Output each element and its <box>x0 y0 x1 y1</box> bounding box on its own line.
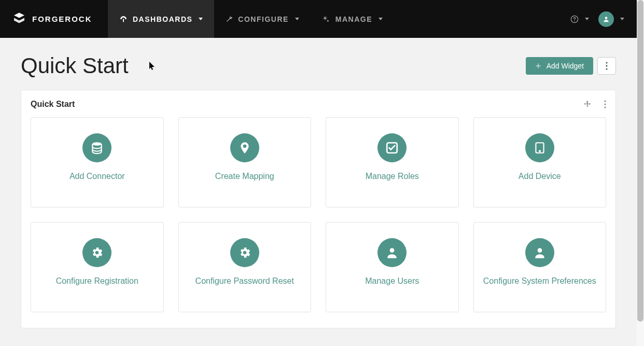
move-icon[interactable] <box>583 100 592 108</box>
card-manage-users[interactable]: Manage Users <box>326 222 459 312</box>
card-manage-roles[interactable]: Manage Roles <box>326 117 459 207</box>
pin-icon <box>230 133 259 162</box>
gear-icon <box>230 238 259 267</box>
plus-icon <box>535 63 541 69</box>
svg-point-9 <box>604 103 606 105</box>
card-grid: Add Connector Create Mapping Manage Role… <box>31 117 606 312</box>
svg-point-3 <box>574 20 575 21</box>
card-label: Manage Users <box>365 276 419 286</box>
nav-manage-label: MANAGE <box>335 15 372 23</box>
user-menu[interactable] <box>598 11 624 27</box>
page-header: Quick Start Add Widget <box>21 53 616 78</box>
chevron-down-icon <box>199 18 203 20</box>
svg-point-15 <box>390 248 395 253</box>
card-label: Add Device <box>519 172 561 181</box>
forgerock-logo-icon <box>11 11 27 27</box>
dashboard-icon <box>119 15 128 23</box>
card-label: Configure Password Reset <box>195 276 294 286</box>
svg-point-16 <box>537 248 542 253</box>
brand-text: FORGEROCK <box>32 15 92 23</box>
wrench-icon <box>226 16 233 23</box>
navbar: FORGEROCK DASHBOARDS CONFIGURE MANAGE <box>0 0 637 38</box>
nav-right <box>570 0 637 38</box>
card-label: Manage Roles <box>366 172 419 181</box>
avatar <box>598 11 614 27</box>
svg-point-7 <box>606 68 607 70</box>
help-menu[interactable] <box>570 15 589 23</box>
card-configure-system-preferences[interactable]: Configure System Preferences <box>473 222 607 312</box>
nav-configure-label: CONFIGURE <box>238 15 289 23</box>
nav-configure[interactable]: CONFIGURE <box>214 0 311 38</box>
scrollbar-track <box>637 0 644 346</box>
svg-point-6 <box>606 65 607 66</box>
gears-icon <box>322 15 330 23</box>
help-icon <box>570 15 579 23</box>
page-title: Quick Start <box>21 53 129 78</box>
page-body: Quick Start Add Widget Quick Start <box>0 38 637 344</box>
scrollbar-thumb[interactable] <box>637 0 643 322</box>
chevron-down-icon <box>585 18 589 20</box>
more-vertical-icon <box>606 62 608 70</box>
nav-dashboards-label: DASHBOARDS <box>133 15 192 23</box>
add-widget-button[interactable]: Add Widget <box>526 57 593 75</box>
check-square-icon <box>377 133 407 162</box>
svg-point-11 <box>93 142 102 146</box>
tablet-icon <box>525 133 554 162</box>
user-icon <box>377 238 407 267</box>
card-add-connector[interactable]: Add Connector <box>31 117 164 207</box>
card-label: Configure System Preferences <box>483 276 596 286</box>
header-actions: Add Widget <box>526 57 616 75</box>
brand[interactable]: FORGEROCK <box>0 0 108 38</box>
svg-point-8 <box>604 100 606 102</box>
svg-point-5 <box>606 62 607 63</box>
svg-point-4 <box>605 17 608 19</box>
chevron-down-icon <box>620 18 624 20</box>
panel-quick-start: Quick Start Add Connector <box>21 90 616 328</box>
user-icon <box>525 238 554 267</box>
panel-title: Quick Start <box>31 100 75 109</box>
add-widget-label: Add Widget <box>547 62 584 70</box>
card-label: Configure Registration <box>56 276 138 286</box>
card-label: Create Mapping <box>215 172 274 181</box>
more-vertical-icon[interactable] <box>604 100 606 108</box>
page-more-button[interactable] <box>597 57 616 75</box>
card-label: Add Connector <box>69 172 125 181</box>
card-configure-registration[interactable]: Configure Registration <box>31 222 164 312</box>
database-icon <box>82 133 111 162</box>
card-create-mapping[interactable]: Create Mapping <box>178 117 312 207</box>
card-add-device[interactable]: Add Device <box>473 117 607 207</box>
nav-dashboards[interactable]: DASHBOARDS <box>108 0 214 38</box>
chevron-down-icon <box>379 18 383 20</box>
nav-manage[interactable]: MANAGE <box>311 0 394 38</box>
panel-header: Quick Start <box>31 100 606 109</box>
gear-icon <box>82 238 111 267</box>
svg-point-0 <box>324 17 326 19</box>
chevron-down-icon <box>295 18 299 20</box>
card-configure-password-reset[interactable]: Configure Password Reset <box>178 222 312 312</box>
svg-point-14 <box>539 150 540 151</box>
svg-point-1 <box>327 20 329 21</box>
svg-point-10 <box>604 106 606 108</box>
cursor-icon <box>149 62 156 70</box>
